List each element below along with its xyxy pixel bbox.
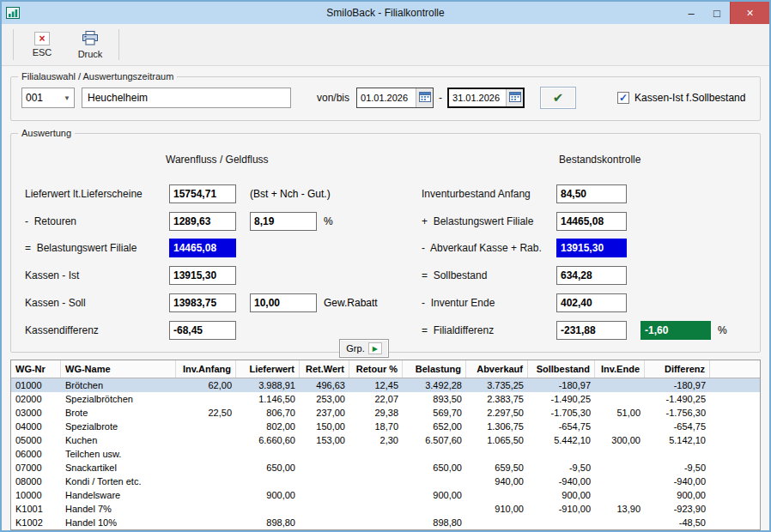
filialdifferenz-prozent-field[interactable]: -1,60 (640, 321, 711, 340)
close-button[interactable]: × (730, 2, 769, 24)
retouren-field[interactable]: 1289,63 (169, 212, 236, 231)
table-cell (176, 502, 236, 516)
table-column-header[interactable]: Ret.Wert (300, 360, 349, 378)
kassendifferenz-field[interactable]: -68,45 (169, 321, 236, 340)
table-row[interactable]: 05000Kuchen6.660,60153,002,306.507,601.0… (11, 433, 760, 447)
table-cell: Handelsware (61, 488, 176, 502)
esc-button[interactable]: × ESC (18, 26, 66, 63)
inventur-anfang-field[interactable]: 84,50 (556, 184, 627, 203)
filialdifferenz-field[interactable]: -231,88 (556, 321, 627, 340)
table-cell (595, 475, 645, 488)
table-cell: 6.507,60 (403, 433, 466, 447)
retouren-prozent-field[interactable]: 8,19 (250, 212, 317, 231)
table-cell (176, 488, 236, 502)
table-column-header[interactable]: Lieferwert (236, 360, 300, 378)
stat-label: - Abverkauf Kasse + Rab. (422, 242, 556, 254)
date-from-field[interactable]: 01.01.2026 (356, 88, 434, 108)
table-cell: 29,38 (349, 406, 403, 420)
table-cell: 04000 (11, 420, 61, 433)
table-column-header[interactable]: WG-Name (61, 360, 176, 378)
date-to-field[interactable]: 31.01.2026 (447, 88, 525, 108)
stat-label: - Retouren (25, 215, 169, 227)
table-cell: 496,63 (300, 378, 349, 392)
sollbestand-field[interactable]: 634,28 (556, 266, 627, 285)
table-cell: 51,00 (595, 406, 645, 420)
table-row[interactable]: 02000Spezialbrötchen1.146,50253,0022,078… (11, 392, 760, 406)
table-row[interactable]: 07000Snackartikel650,00650,00659,50-9,50… (11, 461, 760, 475)
table-cell (403, 475, 466, 488)
gew-rabatt-field[interactable]: 10,00 (250, 293, 317, 312)
date-range-separator: - (439, 92, 442, 104)
table-row[interactable]: K1001Handel 7%910,00-910,0013,90-923,90 (11, 502, 760, 516)
table-cell: 03000 (11, 406, 61, 420)
table-cell (595, 461, 645, 475)
table-cell: -1.490,25 (645, 392, 710, 406)
table-row[interactable]: K1002Handel 10%898,80898,80-48,50 (11, 516, 760, 529)
filter-row: 001 ▼ von/bis 01.01.2026 (11, 82, 760, 109)
bestandskontrolle-header: Bestandskontrolle (559, 154, 640, 166)
calendar-icon (419, 91, 431, 105)
table-cell: 910,00 (466, 502, 528, 516)
table-column-header[interactable]: Inv.Ende (595, 360, 645, 378)
belastungswert-field[interactable]: 14465,08 (169, 239, 236, 257)
table-column-header[interactable]: Retour % (349, 360, 403, 378)
table-column-header[interactable]: Sollbestand (528, 360, 595, 378)
stat-row-inventur-ende: - Inventur Ende 402,40 (422, 293, 627, 312)
table-cell: 652,00 (403, 420, 466, 433)
table-cell: 940,00 (466, 475, 528, 488)
table-cell: 13,90 (595, 502, 645, 516)
table-cell: 650,00 (403, 461, 466, 475)
belastungswert-filiale-field[interactable]: 14465,08 (556, 212, 627, 231)
maximize-button[interactable]: □ (704, 2, 730, 24)
table-cell: 05000 (11, 433, 61, 447)
table-column-header[interactable]: WG-Nr (11, 360, 61, 378)
kassen-soll-field[interactable]: 13983,75 (169, 293, 236, 312)
table-cell: -9,50 (645, 461, 710, 475)
stat-label: Kassen - Soll (25, 297, 169, 309)
table-column-header[interactable]: Abverkauf (466, 360, 528, 378)
table-cell: -654,75 (528, 420, 595, 433)
table-cell: -48,50 (645, 516, 710, 529)
table-cell: 1.065,50 (466, 433, 528, 447)
abverkauf-field[interactable]: 13915,30 (556, 239, 627, 257)
branch-combo[interactable]: 001 ▼ (21, 88, 75, 108)
app-logo-icon (6, 7, 20, 19)
table-cell: 898,80 (403, 516, 466, 529)
table-cell: 08000 (11, 475, 61, 488)
table-cell (176, 461, 236, 475)
date-from-calendar-button[interactable] (416, 88, 433, 107)
calendar-icon (509, 91, 521, 105)
table-cell: 18,70 (349, 420, 403, 433)
stat-label: = Belastungswert Filiale (25, 242, 169, 254)
grp-button[interactable]: Grp. ▶ (339, 339, 389, 358)
prozent-label: % (718, 324, 727, 336)
table-cell: 900,00 (236, 488, 300, 502)
titlebar[interactable]: SmiloBack - Filialkontrolle – □ × (2, 2, 769, 24)
kassen-ist-field[interactable]: 13915,30 (169, 266, 236, 285)
table-cell: -910,00 (528, 502, 595, 516)
lieferwert-field[interactable]: 15754,71 (169, 184, 236, 203)
table-cell: 3.492,28 (403, 378, 466, 392)
kassen-ist-checkbox-label: Kassen-Ist f.Sollbestand (634, 92, 745, 104)
druck-button[interactable]: Druck (66, 26, 114, 63)
kassen-ist-checkbox[interactable]: ✓ Kassen-Ist f.Sollbestand (617, 92, 745, 104)
table-row[interactable]: 10000Handelsware900,00900,00900,00900,00 (11, 488, 760, 502)
table-row[interactable]: 08000Kondi / Torten etc.940,00-940,00-94… (11, 475, 760, 488)
branch-name-field[interactable] (82, 88, 291, 108)
von-bis-label: von/bis (317, 92, 349, 104)
minimize-button[interactable]: – (678, 2, 704, 24)
apply-button[interactable]: ✔ (540, 87, 576, 109)
app-window: SmiloBack - Filialkontrolle – □ × × ESC … (0, 0, 771, 532)
table-column-header[interactable]: Inv.Anfang (176, 360, 236, 378)
table-row[interactable]: 01000Brötchen62,003.988,91496,6312,453.4… (11, 378, 760, 392)
date-to-calendar-button[interactable] (506, 89, 523, 106)
table-row[interactable]: 04000Spezialbrote802,00150,0018,70652,00… (11, 420, 760, 433)
table-cell: 153,00 (300, 433, 349, 447)
table-column-header[interactable]: Differenz (645, 360, 710, 378)
inventur-ende-field[interactable]: 402,40 (556, 293, 627, 312)
table-cell (236, 475, 300, 488)
table-cell: 1.306,75 (466, 420, 528, 433)
table-column-header[interactable]: Belastung (403, 360, 466, 378)
table-row[interactable]: 06000Teilchen usw. (11, 447, 760, 461)
table-row[interactable]: 03000Brote22,50806,70237,0029,38569,702.… (11, 406, 760, 420)
